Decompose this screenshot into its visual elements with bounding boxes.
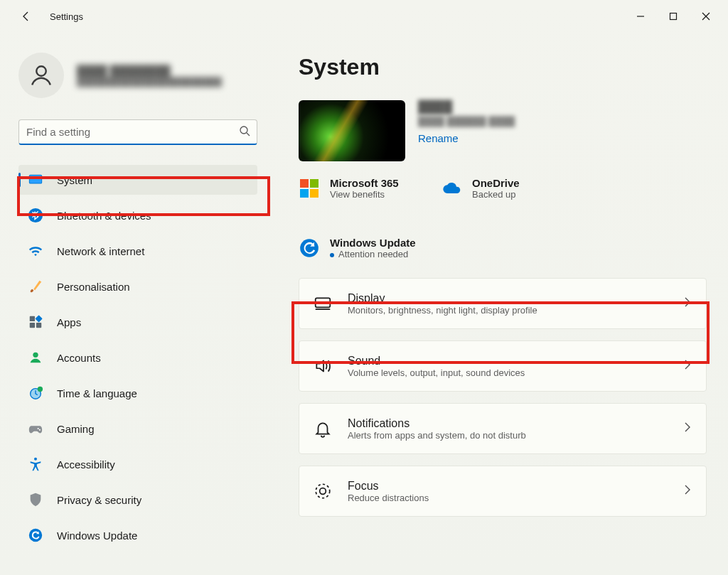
user-name: ████ ████████ (77, 65, 222, 77)
chevron-right-icon (682, 359, 693, 373)
brush-icon (27, 278, 44, 295)
svg-rect-10 (30, 323, 35, 328)
svg-point-23 (320, 488, 326, 495)
status-onedrive[interactable]: OneDrive Backed up (441, 177, 555, 200)
close-button[interactable] (690, 0, 722, 33)
user-text: ████ ████████ ████████████████████████ (77, 65, 222, 87)
device-model: ████ ██████ ████ (418, 116, 515, 127)
sidebar-item-label: Privacy & security (57, 494, 141, 506)
sidebar-item-label: Accessibility (57, 458, 115, 471)
user-row[interactable]: ████ ████████ ████████████████████████ (18, 53, 257, 98)
window-title: Settings (50, 11, 83, 22)
sidebar-item-winupdate[interactable]: Windows Update (18, 520, 257, 550)
chevron-right-icon (682, 484, 693, 498)
sidebar-item-label: Apps (57, 316, 81, 328)
rename-link[interactable]: Rename (418, 132, 459, 144)
back-button[interactable] (14, 4, 38, 28)
status-winupdate[interactable]: Windows Update Attention needed (299, 237, 707, 259)
chevron-right-icon (682, 421, 693, 436)
sidebar-item-label: Accounts (57, 352, 101, 364)
onedrive-icon (441, 178, 462, 199)
sidebar-item-personalisation[interactable]: Personalisation (18, 272, 257, 301)
sidebar-item-bluetooth[interactable]: Bluetooth & devices (18, 200, 257, 230)
sidebar-item-time[interactable]: Time & language (18, 378, 257, 408)
svg-point-17 (34, 458, 37, 461)
accounts-icon (27, 349, 44, 366)
sidebar-item-network[interactable]: Network & internet (18, 236, 257, 266)
status-sub: View benefits (330, 189, 399, 200)
apps-icon (27, 313, 44, 331)
sidebar: ████ ████████ ████████████████████████ S… (0, 33, 270, 575)
status-title: Windows Update (330, 237, 416, 249)
sidebar-item-accessibility[interactable]: Accessibility (18, 449, 257, 479)
sidebar-item-apps[interactable]: Apps (18, 307, 257, 337)
sidebar-item-label: Bluetooth & devices (57, 210, 151, 222)
card-title: Notifications (348, 417, 682, 430)
sidebar-item-label: Time & language (57, 387, 137, 399)
svg-point-3 (240, 127, 247, 134)
card-notifications[interactable]: Notifications Alerts from apps and syste… (299, 403, 707, 454)
card-focus[interactable]: Focus Reduce distractions (299, 466, 707, 517)
sidebar-item-label: Gaming (57, 423, 95, 435)
card-sub: Volume levels, output, input, sound devi… (348, 367, 682, 378)
status-m365[interactable]: Microsoft 365 View benefits (299, 177, 412, 200)
card-title: Focus (348, 480, 682, 493)
sidebar-item-accounts[interactable]: Accounts (18, 343, 257, 372)
svg-rect-1 (670, 14, 677, 20)
bluetooth-icon (27, 207, 44, 224)
microsoft-logo-icon (299, 178, 320, 199)
status-title: OneDrive (472, 177, 520, 189)
titlebar: Settings (0, 0, 728, 33)
nav-list: System Bluetooth & devices Network & int… (18, 165, 257, 550)
avatar (18, 53, 64, 98)
status-title: Microsoft 365 (330, 177, 399, 189)
svg-point-16 (39, 429, 41, 431)
svg-point-7 (28, 208, 43, 222)
wallpaper-thumbnail (299, 100, 405, 161)
svg-point-22 (316, 484, 330, 498)
sidebar-item-privacy[interactable]: Privacy & security (18, 485, 257, 515)
svg-line-4 (247, 133, 250, 136)
minimize-button[interactable] (624, 0, 657, 33)
display-icon (312, 293, 333, 314)
sound-icon (312, 355, 333, 377)
page-title: System (299, 54, 707, 80)
system-icon (27, 171, 44, 188)
update-icon (27, 527, 44, 544)
bell-icon (312, 418, 333, 439)
sidebar-item-label: Windows Update (57, 530, 137, 542)
svg-rect-11 (36, 323, 41, 328)
svg-point-2 (36, 66, 46, 76)
svg-rect-9 (35, 315, 42, 322)
svg-point-15 (38, 428, 39, 429)
card-sub: Alerts from apps and system, do not dist… (348, 430, 682, 441)
wifi-icon (27, 242, 44, 259)
card-display[interactable]: Display Monitors, brightness, night ligh… (299, 278, 707, 329)
shield-icon (27, 491, 44, 508)
maximize-button[interactable] (657, 0, 690, 33)
card-sub: Monitors, brightness, night light, displ… (348, 305, 682, 316)
device-row: ████ ████ ██████ ████ Rename (299, 100, 707, 161)
sidebar-item-gaming[interactable]: Gaming (18, 414, 257, 444)
sidebar-item-label: Personalisation (57, 281, 130, 293)
focus-icon (312, 480, 333, 502)
card-title: Display (348, 292, 682, 305)
status-sub: Attention needed (330, 249, 416, 259)
chevron-right-icon (682, 296, 693, 311)
svg-point-14 (38, 387, 43, 392)
search-input[interactable] (18, 119, 257, 145)
card-sub: Reduce distractions (348, 493, 682, 503)
card-sound[interactable]: Sound Volume levels, output, input, soun… (299, 340, 707, 392)
sidebar-item-label: Network & internet (57, 245, 144, 257)
svg-point-19 (300, 239, 318, 257)
windows-update-icon (299, 237, 320, 259)
svg-point-18 (29, 529, 42, 542)
sidebar-item-system[interactable]: System (18, 165, 257, 195)
gaming-icon (27, 420, 44, 437)
svg-point-12 (33, 353, 38, 358)
svg-rect-8 (30, 316, 35, 321)
svg-rect-20 (316, 298, 331, 307)
user-email: ████████████████████████ (77, 77, 222, 87)
status-grid: Microsoft 365 View benefits OneDrive Bac… (299, 177, 707, 268)
sidebar-item-label: System (57, 174, 92, 186)
